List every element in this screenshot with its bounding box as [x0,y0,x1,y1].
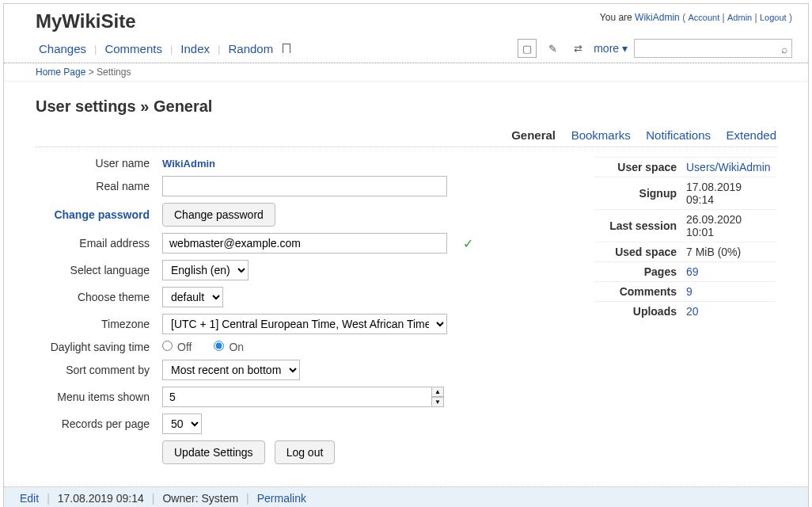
menu-items-input[interactable] [162,387,431,407]
footer-edit-link[interactable]: Edit [20,492,39,505]
stat-pages-link[interactable]: 69 [686,265,699,278]
stat-usedspace-value: 7 MiB (0%) [681,242,776,262]
search-input[interactable] [634,39,792,58]
site-title: MyWikiSite [36,10,135,32]
label-email: Email address [36,237,162,250]
edit-page-icon[interactable]: ✎ [543,39,562,58]
label-records: Records per page [36,417,162,430]
more-dropdown[interactable]: more ▾ [594,42,628,55]
records-select[interactable]: 50 [162,414,202,434]
stat-userspace-label: User space [594,158,681,177]
change-password-link[interactable]: Change password [54,208,150,221]
menu-items-up-icon[interactable]: ▲ [431,387,444,397]
view-page-icon[interactable]: ▢ [518,39,537,58]
email-input[interactable] [162,233,447,254]
footer-permalink-link[interactable]: Permalink [257,492,306,505]
breadcrumb-current: Settings [97,67,131,78]
label-sort-comment: Sort comment by [36,364,162,376]
stat-lastsession-label: Last session [594,210,681,242]
tab-bookmarks[interactable]: Bookmarks [571,128,631,142]
stat-uploads-label: Uploads [594,302,681,322]
tab-notifications[interactable]: Notifications [646,128,711,142]
breadcrumb-home[interactable]: Home Page [36,67,85,78]
settings-tabs: General Bookmarks Notifications Extended [36,124,776,147]
menu-comments[interactable]: Comments [101,40,165,57]
user-info-line: You are WikiAdmin ( Account | Admin | Lo… [600,10,792,23]
email-verified-icon: ✓ [463,236,473,251]
breadcrumb: Home Page > Settings [4,63,808,82]
label-timezone: Timezone [36,318,162,330]
bookmark-icon[interactable] [283,44,290,53]
menu-changes[interactable]: Changes [36,40,89,57]
menu-index[interactable]: Index [177,40,213,57]
realname-input[interactable] [162,176,447,196]
top-menu: Changes| Comments| Index| Random [36,40,290,57]
stat-signup-label: Signup [594,177,681,210]
sort-comment-select[interactable]: Most recent on bottom [162,360,300,380]
timezone-select[interactable]: [UTC + 1] Central European Time, West Af… [162,314,447,334]
tab-extended[interactable]: Extended [727,128,776,142]
dst-on-radio[interactable] [214,341,224,351]
settings-toggle-icon[interactable]: ⇄ [568,39,587,58]
account-link[interactable]: Account [688,13,719,22]
settings-form: User name WikiAdmin Real name Change pas… [36,157,571,471]
tab-general[interactable]: General [511,128,556,142]
username-value[interactable]: WikiAdmin [162,158,215,170]
label-realname: Real name [36,180,162,193]
menu-items-down-icon[interactable]: ▼ [431,397,444,407]
label-dst: Daylight saving time [36,341,162,353]
search-icon[interactable]: ⌕ [781,43,787,55]
menu-random[interactable]: Random [225,40,276,57]
user-stats-panel: User spaceUsers/WikiAdmin Signup17.08.20… [594,157,776,471]
admin-link[interactable]: Admin [727,13,752,22]
stat-comments-link[interactable]: 9 [686,285,692,298]
footer-owner-label: Owner: [162,492,201,505]
language-select[interactable]: English (en) [162,260,249,280]
dst-off-radio[interactable] [162,341,173,351]
footer-owner-value: System [201,492,238,505]
footer-bar: Edit | 17.08.2019 09:14 | Owner: System … [4,486,808,507]
footer-date: 17.08.2019 09:14 [58,492,144,505]
label-menu-items: Menu items shown [36,391,162,403]
stat-userspace-link[interactable]: Users/WikiAdmin [686,161,771,173]
dst-off-label: Off [177,341,192,353]
stat-signup-value: 17.08.2019 09:14 [681,177,776,210]
stat-usedspace-label: Used space [594,242,681,262]
update-settings-button[interactable]: Update Settings [162,440,265,464]
label-language: Select language [36,264,162,276]
page-title: User settings » General [36,97,776,116]
dst-on-label: On [229,341,244,353]
logout-link[interactable]: Logout [760,13,787,22]
username-link[interactable]: WikiAdmin [635,12,680,23]
stat-uploads-link[interactable]: 20 [686,305,699,318]
change-password-button[interactable]: Change password [162,203,275,227]
stat-comments-label: Comments [594,282,681,302]
label-theme: Choose theme [36,291,162,303]
stat-lastsession-value: 26.09.2020 10:01 [681,210,776,242]
stat-pages-label: Pages [594,262,681,282]
theme-select[interactable]: default [162,287,223,307]
label-username: User name [36,157,162,170]
you-are-label: You are [600,12,635,23]
logout-button[interactable]: Log out [275,440,336,464]
